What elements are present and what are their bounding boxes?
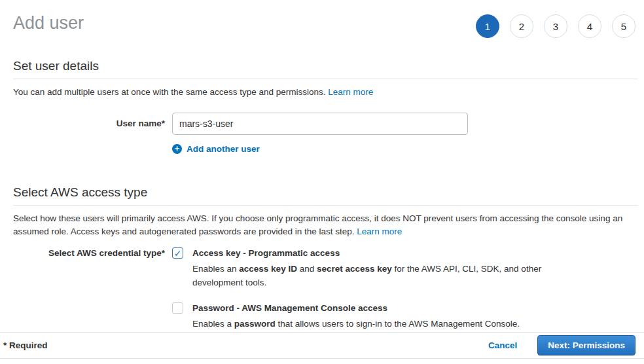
access-type-intro: Select how these users will primarily ac…: [13, 212, 638, 238]
page-title: Add user: [13, 10, 84, 35]
desc-text-bold: access key ID: [239, 264, 297, 274]
programmatic-access-body: Access key - Programmatic access Enables…: [192, 247, 559, 289]
user-details-heading: Set user details: [13, 59, 638, 79]
desc-text: and: [297, 264, 317, 274]
add-another-user-button[interactable]: + Add another user: [172, 144, 260, 154]
cancel-button[interactable]: Cancel: [488, 340, 517, 350]
console-access-body: Password - AWS Management Console access…: [192, 302, 520, 331]
check-icon: ✓: [174, 249, 182, 258]
section-user-details: Set user details You can add multiple us…: [13, 59, 638, 154]
plus-icon: +: [172, 144, 182, 154]
access-type-intro-text: Select how these users will primarily ac…: [13, 213, 622, 236]
user-details-intro: You can add multiple users at once with …: [13, 86, 638, 99]
step-circle-4: 4: [578, 14, 601, 38]
step-indicator: 1 2 3 4 5: [476, 14, 635, 38]
add-user-wizard-page: Add user 1 2 3 4 5 Set user details You …: [0, 0, 644, 364]
desc-text: Enables an: [192, 264, 239, 274]
next-permissions-button[interactable]: Next: Permissions: [537, 335, 635, 355]
option-console-access: Password - AWS Management Console access…: [172, 302, 559, 331]
access-type-heading: Select AWS access type: [13, 185, 638, 206]
programmatic-access-title: Access key - Programmatic access: [192, 247, 559, 259]
step-circle-1: 1: [476, 14, 499, 38]
username-input[interactable]: [172, 113, 468, 135]
wizard-footer: * Required Cancel Next: Permissions: [0, 332, 644, 359]
add-another-user-label: Add another user: [187, 144, 260, 154]
desc-text-bold: secret access key: [317, 264, 392, 274]
username-row: User name*: [13, 113, 638, 135]
required-note: * Required: [3, 340, 48, 350]
access-type-learn-more-link[interactable]: Learn more: [357, 227, 402, 236]
console-access-checkbox[interactable]: [172, 302, 183, 314]
desc-text: Enables a: [192, 319, 234, 329]
section-access-type: Select AWS access type Select how these …: [13, 185, 638, 331]
credential-options: ✓ Access key - Programmatic access Enabl…: [172, 247, 559, 331]
step-circle-2: 2: [510, 14, 533, 38]
wizard-content: Set user details You can add multiple us…: [0, 59, 644, 331]
console-access-description: Enables a password that allows users to …: [192, 317, 520, 331]
credential-type-label: Select AWS credential type*: [13, 247, 172, 259]
step-circle-3: 3: [544, 14, 567, 38]
footer-actions: Cancel Next: Permissions: [488, 335, 635, 355]
step-circle-5: 5: [612, 14, 635, 38]
wizard-header: Add user 1 2 3 4 5: [0, 0, 644, 38]
desc-text-bold: password: [234, 319, 276, 329]
console-access-title: Password - AWS Management Console access: [192, 302, 520, 314]
programmatic-access-checkbox[interactable]: ✓: [172, 247, 183, 259]
option-programmatic-access: ✓ Access key - Programmatic access Enabl…: [172, 247, 559, 289]
credential-type-row: Select AWS credential type* ✓ Access key…: [13, 247, 638, 331]
username-label: User name*: [13, 113, 172, 135]
user-details-intro-text: You can add multiple users at once with …: [13, 87, 328, 97]
user-details-learn-more-link[interactable]: Learn more: [328, 87, 373, 97]
desc-text: that allows users to sign-in to the AWS …: [276, 319, 520, 329]
programmatic-access-description: Enables an access key ID and secret acce…: [192, 262, 559, 289]
